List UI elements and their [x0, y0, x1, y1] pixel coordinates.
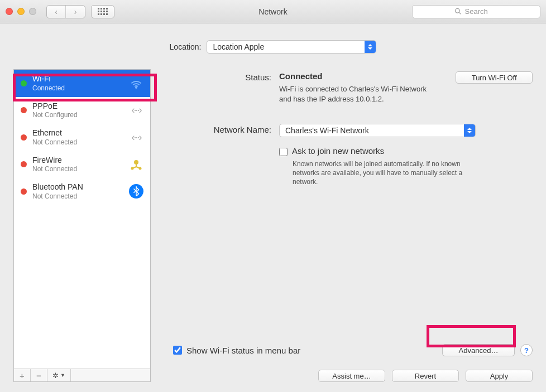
- svg-line-5: [136, 167, 140, 168]
- svg-line-4: [132, 167, 136, 168]
- service-status: Connected: [32, 84, 65, 93]
- ask-join-label: Ask to join new networks: [292, 146, 384, 156]
- status-dot-icon: [21, 188, 27, 195]
- grid-icon: [98, 8, 108, 15]
- status-description: Wi-Fi is connected to Charles's Wi-Fi Ne…: [279, 84, 439, 104]
- show-menubar-row[interactable]: Show Wi-Fi status in menu bar: [173, 346, 300, 355]
- show-menubar-label: Show Wi-Fi status in menu bar: [186, 346, 300, 355]
- svg-point-0: [134, 160, 138, 164]
- traffic-lights: [6, 8, 36, 15]
- status-dot-icon: [21, 80, 27, 86]
- service-status: Not Connected: [32, 165, 77, 173]
- network-prefs-window: ‹ › Network Location: Location Apple: [0, 0, 546, 392]
- service-item-firewire[interactable]: FireWire Not Connected: [14, 151, 150, 178]
- status-value: Connected: [279, 71, 323, 81]
- ask-join-checkbox[interactable]: [279, 148, 288, 156]
- nav-buttons: ‹ ›: [46, 5, 85, 18]
- service-item-wifi[interactable]: Wi-Fi Connected: [14, 70, 150, 97]
- help-button[interactable]: ?: [520, 344, 533, 356]
- location-value: Location Apple: [213, 42, 264, 51]
- location-select[interactable]: Location Apple: [207, 40, 376, 54]
- services-list: Wi-Fi Connected PPPoE Not Configured: [13, 69, 151, 369]
- zoom-button[interactable]: [29, 8, 36, 15]
- content: Location: Location Apple Wi-Fi Connected: [0, 23, 546, 392]
- ethernet-icon: ‹···›: [128, 130, 145, 144]
- close-button[interactable]: [6, 8, 13, 15]
- wifi-icon: [128, 76, 145, 90]
- service-name: Wi-Fi: [32, 74, 65, 84]
- apply-button[interactable]: Apply: [466, 370, 533, 382]
- minimize-button[interactable]: [17, 8, 25, 15]
- service-item-ethernet[interactable]: Ethernet Not Connected ‹···›: [14, 124, 150, 151]
- status-label: Status:: [173, 71, 279, 82]
- service-status: Not Connected: [32, 192, 83, 201]
- service-item-pppoe[interactable]: PPPoE Not Configured ‹···›: [14, 97, 150, 124]
- gear-icon: ✲: [52, 371, 59, 380]
- assist-me-button[interactable]: Assist me…: [318, 370, 385, 382]
- footer-buttons: Assist me… Revert Apply: [173, 370, 533, 382]
- bluetooth-icon: [128, 185, 145, 198]
- service-name: FireWire: [32, 156, 77, 166]
- search-icon: [454, 8, 462, 15]
- window-title: Network: [258, 7, 287, 16]
- network-name-value: Charles's Wi-Fi Network: [285, 126, 369, 135]
- turn-wifi-off-button[interactable]: Turn Wi-Fi Off: [456, 71, 533, 84]
- add-service-button[interactable]: +: [14, 369, 31, 381]
- ask-join-description: Known networks will be joined automatica…: [293, 159, 477, 187]
- service-item-bluetooth-pan[interactable]: Bluetooth PAN Not Connected: [14, 178, 150, 205]
- detail-panel: Status: Connected Wi-Fi is connected to …: [173, 69, 533, 382]
- ethernet-icon: ‹···›: [128, 104, 145, 117]
- back-button[interactable]: ‹: [47, 6, 66, 18]
- location-label: Location:: [170, 42, 202, 51]
- service-status: Not Configured: [32, 111, 78, 119]
- network-name-select[interactable]: Charles's Wi-Fi Network: [279, 124, 476, 137]
- titlebar: ‹ › Network: [0, 0, 546, 23]
- location-row: Location: Location Apple: [13, 40, 533, 54]
- select-stepper-icon: [365, 41, 376, 53]
- services-sidebar: Wi-Fi Connected PPPoE Not Configured: [13, 69, 151, 382]
- service-actions-button[interactable]: ✲▼: [47, 369, 71, 381]
- chevron-right-icon: ›: [74, 8, 77, 16]
- firewire-icon: [128, 158, 145, 171]
- main-row: Wi-Fi Connected PPPoE Not Configured: [13, 69, 533, 382]
- service-name: Ethernet: [32, 128, 77, 138]
- show-all-button[interactable]: [91, 5, 114, 18]
- show-menubar-checkbox[interactable]: [173, 346, 182, 355]
- service-status: Not Connected: [32, 138, 77, 147]
- service-name: Bluetooth PAN: [32, 182, 83, 192]
- advanced-button[interactable]: Advanced…: [442, 344, 515, 356]
- status-dot-icon: [21, 107, 27, 113]
- services-toolbar: + − ✲▼: [13, 369, 151, 382]
- status-dot-icon: [21, 161, 27, 167]
- search-field[interactable]: [412, 5, 540, 18]
- chevron-left-icon: ‹: [55, 8, 58, 16]
- select-stepper-icon: [464, 124, 475, 137]
- revert-button[interactable]: Revert: [392, 370, 459, 382]
- status-dot-icon: [21, 134, 27, 141]
- panel-bottom-row: Show Wi-Fi status in menu bar Advanced… …: [173, 338, 533, 356]
- remove-service-button[interactable]: −: [31, 369, 47, 381]
- service-name: PPPoE: [32, 101, 78, 112]
- forward-button[interactable]: ›: [66, 6, 85, 18]
- search-input[interactable]: [465, 7, 499, 16]
- network-name-label: Network Name:: [173, 124, 279, 134]
- chevron-down-icon: ▼: [60, 372, 65, 378]
